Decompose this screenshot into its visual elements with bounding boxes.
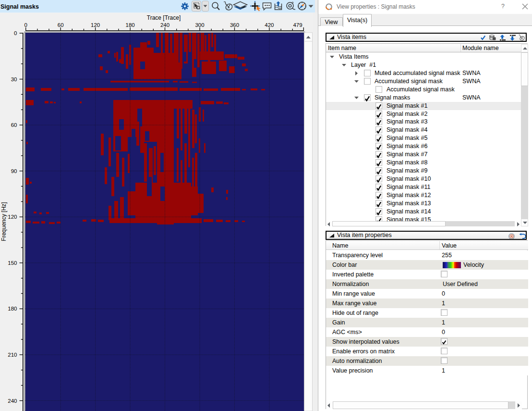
svg-text:240: 240 [8,398,17,404]
svg-text:180: 180 [126,22,135,28]
svg-text:210: 210 [8,352,17,358]
svg-text:120: 120 [91,22,100,28]
svg-text:240: 240 [160,22,169,28]
svg-text:300: 300 [195,22,204,28]
svg-text:60: 60 [11,122,17,128]
svg-text:Signal masks: Signal masks [0,3,39,10]
svg-text:0: 0 [14,30,17,36]
svg-text:150: 150 [8,260,17,266]
svg-text:180: 180 [8,306,17,311]
svg-text:420: 420 [265,22,274,28]
svg-text:0: 0 [24,22,27,28]
svg-text:479: 479 [293,22,302,28]
svg-text:90: 90 [11,168,17,174]
svg-text:60: 60 [58,22,64,28]
svg-text:Frequency [Hz]: Frequency [Hz] [0,202,7,241]
svg-text:Trace [Trace]: Trace [Trace] [147,14,181,21]
svg-text:30: 30 [11,76,17,82]
svg-text:120: 120 [8,214,17,220]
svg-text:360: 360 [230,22,239,28]
